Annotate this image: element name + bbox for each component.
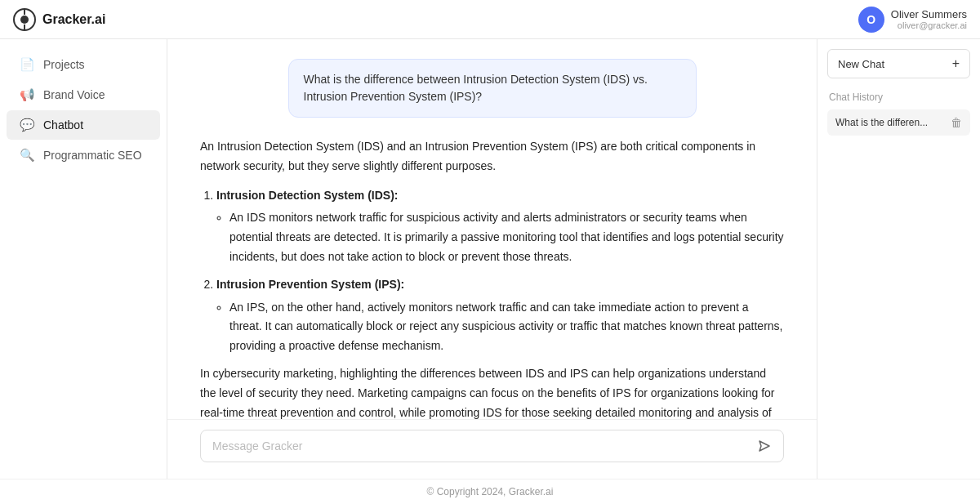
main-layout: 📄 Projects 📢 Brand Voice 💬 Chatbot 🔍 Pro… bbox=[0, 39, 980, 479]
projects-icon: 📄 bbox=[20, 57, 35, 72]
message-input[interactable] bbox=[212, 439, 757, 453]
top-header: Gracker.ai O Oliver Summers oliver@grack… bbox=[0, 0, 980, 39]
sidebar-item-brand-voice[interactable]: 📢 Brand Voice bbox=[7, 80, 160, 109]
sidebar-item-label-chatbot: Chatbot bbox=[43, 118, 83, 132]
footer: © Copyright 2024, Gracker.ai bbox=[0, 479, 980, 504]
ids-title: Intrusion Detection System (IDS): bbox=[216, 189, 398, 202]
response-list: Intrusion Detection System (IDS): An IDS… bbox=[216, 186, 784, 356]
response-conclusion: In cybersecurity marketing, highlighting… bbox=[200, 364, 784, 419]
ips-details: An IPS, on the other hand, actively moni… bbox=[229, 298, 784, 356]
sidebar-item-chatbot[interactable]: 💬 Chatbot bbox=[7, 110, 160, 140]
assistant-response: An Intrusion Detection System (IDS) and … bbox=[200, 137, 784, 419]
send-icon bbox=[757, 439, 772, 453]
ips-title: Intrusion Prevention System (IPS): bbox=[216, 278, 404, 291]
history-item-text: What is the differen... bbox=[835, 117, 947, 128]
list-item-ids: Intrusion Detection System (IDS): An IDS… bbox=[216, 186, 784, 267]
ips-body: An IPS, on the other hand, actively moni… bbox=[229, 298, 784, 356]
logo: Gracker.ai bbox=[13, 8, 105, 31]
new-chat-label: New Chat bbox=[838, 58, 884, 70]
brand-voice-icon: 📢 bbox=[20, 87, 35, 102]
footer-text: © Copyright 2024, Gracker.ai bbox=[427, 486, 554, 497]
user-bubble: What is the difference between Intrusion… bbox=[288, 59, 697, 118]
delete-history-icon[interactable]: 🗑 bbox=[951, 116, 962, 129]
user-message-container: What is the difference between Intrusion… bbox=[200, 59, 784, 118]
app-container: Gracker.ai O Oliver Summers oliver@grack… bbox=[0, 0, 980, 504]
chat-area: What is the difference between Intrusion… bbox=[167, 39, 817, 419]
input-area bbox=[167, 419, 817, 479]
new-chat-button[interactable]: New Chat + bbox=[827, 49, 970, 78]
ids-details: An IDS monitors network traffic for susp… bbox=[229, 208, 784, 266]
ids-body: An IDS monitors network traffic for susp… bbox=[229, 208, 784, 266]
sidebar-item-label-seo: Programmatic SEO bbox=[43, 149, 142, 162]
sidebar-item-label-brand-voice: Brand Voice bbox=[43, 88, 105, 101]
send-button[interactable] bbox=[757, 439, 772, 453]
plus-icon: + bbox=[952, 56, 960, 71]
seo-icon: 🔍 bbox=[20, 148, 35, 163]
list-item-ips: Intrusion Prevention System (IPS): An IP… bbox=[216, 275, 784, 356]
right-sidebar: New Chat + Chat History What is the diff… bbox=[817, 39, 980, 479]
content-area: What is the difference between Intrusion… bbox=[167, 39, 817, 479]
user-message-text: What is the difference between Intrusion… bbox=[304, 73, 648, 103]
avatar: O bbox=[858, 7, 884, 33]
logo-text: Gracker.ai bbox=[42, 12, 105, 27]
user-email: oliver@gracker.ai bbox=[891, 20, 967, 30]
user-area: O Oliver Summers oliver@gracker.ai bbox=[858, 7, 967, 33]
chatbot-icon: 💬 bbox=[20, 118, 35, 132]
sidebar-item-label-projects: Projects bbox=[43, 58, 85, 71]
logo-icon bbox=[13, 8, 36, 31]
sidebar: 📄 Projects 📢 Brand Voice 💬 Chatbot 🔍 Pro… bbox=[0, 39, 167, 479]
response-intro: An Intrusion Detection System (IDS) and … bbox=[200, 137, 784, 176]
svg-point-1 bbox=[20, 16, 29, 24]
user-name: Oliver Summers bbox=[891, 8, 967, 20]
sidebar-item-projects[interactable]: 📄 Projects bbox=[7, 50, 160, 79]
chat-history-label: Chat History bbox=[827, 91, 970, 103]
history-item[interactable]: What is the differen... 🗑 bbox=[827, 109, 970, 136]
sidebar-item-programmatic-seo[interactable]: 🔍 Programmatic SEO bbox=[7, 140, 160, 170]
input-wrapper bbox=[200, 430, 784, 462]
user-info: Oliver Summers oliver@gracker.ai bbox=[891, 8, 967, 30]
